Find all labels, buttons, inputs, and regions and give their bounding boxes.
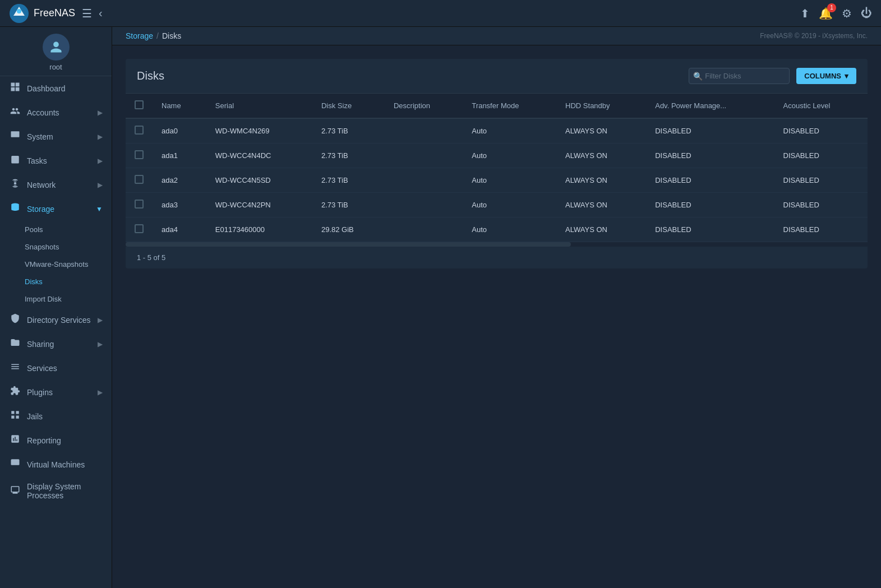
- cell-name: ada3: [153, 193, 206, 217]
- col-acoustic: Acoustic Level: [774, 94, 868, 118]
- sidebar-item-accounts[interactable]: Accounts ▶: [0, 100, 112, 124]
- sidebar-item-label: Display System Processes: [27, 482, 103, 500]
- sidebar-item-directory-services[interactable]: Directory Services ▶: [0, 308, 112, 332]
- columns-label: COLUMNS: [804, 72, 841, 80]
- sidebar-sub-vmware-snapshots[interactable]: VMware-Snapshots: [0, 256, 112, 273]
- cell-size: 2.73 TiB: [312, 118, 385, 143]
- pagination: 1 - 5 of 5: [126, 247, 868, 268]
- sidebar-item-storage[interactable]: Storage ▼: [0, 197, 112, 221]
- row-checkbox[interactable]: [135, 200, 144, 209]
- cell-serial: WD-WCC4N4DC: [206, 143, 312, 168]
- svg-point-2: [17, 9, 21, 13]
- expand-arrow-icon: ▶: [98, 388, 103, 396]
- topbar-icons: ⬆ 🔔 1 ⚙ ⏻: [800, 7, 872, 20]
- sidebar-item-label: VMware-Snapshots: [25, 260, 88, 268]
- bell-icon[interactable]: 🔔 1: [819, 7, 833, 20]
- table-row: ada3 WD-WCC4N2PN 2.73 TiB Auto ALWAYS ON…: [126, 193, 868, 217]
- power-icon[interactable]: ⏻: [861, 7, 872, 20]
- svg-rect-11: [11, 411, 14, 414]
- sidebar-item-sharing[interactable]: Sharing ▶: [0, 332, 112, 356]
- sidebar-item-jails[interactable]: Jails: [0, 404, 112, 428]
- cell-transfer: Auto: [463, 118, 556, 143]
- sidebar-item-label: Tasks: [27, 156, 92, 165]
- cell-hdd-standby: ALWAYS ON: [556, 168, 646, 193]
- col-transfer-mode: Transfer Mode: [463, 94, 556, 118]
- reporting-icon: [9, 434, 21, 447]
- cell-size: 2.73 TiB: [312, 143, 385, 168]
- disks-header: Disks 🔍 COLUMNS ▾: [126, 59, 868, 94]
- columns-button[interactable]: COLUMNS ▾: [796, 68, 856, 84]
- cell-hdd-standby: ALWAYS ON: [556, 118, 646, 143]
- back-icon[interactable]: ‹: [99, 7, 103, 20]
- cell-serial: WD-WCC4N5SD: [206, 168, 312, 193]
- sidebar-item-services[interactable]: Services: [0, 356, 112, 380]
- table-row: ada1 WD-WCC4N4DC 2.73 TiB Auto ALWAYS ON…: [126, 143, 868, 168]
- sharing-icon: [9, 337, 21, 350]
- sidebar: root Dashboard Accounts ▶ System ▶: [0, 27, 112, 588]
- cell-description: [385, 118, 463, 143]
- sidebar-sub-snapshots[interactable]: Snapshots: [0, 238, 112, 256]
- sidebar-item-network[interactable]: Network ▶: [0, 173, 112, 197]
- cell-acoustic: DISABLED: [774, 118, 868, 143]
- col-description: Description: [385, 94, 463, 118]
- tasks-icon: [9, 154, 21, 167]
- accounts-icon: [9, 106, 21, 119]
- cell-size: 2.73 TiB: [312, 168, 385, 193]
- upload-icon[interactable]: ⬆: [800, 7, 810, 20]
- sidebar-item-system[interactable]: System ▶: [0, 124, 112, 149]
- svg-rect-12: [16, 411, 19, 414]
- bell-badge: 1: [827, 3, 836, 12]
- sidebar-item-plugins[interactable]: Plugins ▶: [0, 380, 112, 404]
- sidebar-item-label: Accounts: [27, 108, 92, 117]
- cell-acoustic: DISABLED: [774, 143, 868, 168]
- breadcrumb: Storage / Disks: [126, 31, 181, 40]
- cell-name: ada0: [153, 118, 206, 143]
- directory-services-icon: [9, 313, 21, 326]
- sidebar-item-reporting[interactable]: Reporting: [0, 428, 112, 452]
- row-checkbox-cell: [126, 143, 153, 168]
- sidebar-item-display-system[interactable]: Display System Processes: [0, 476, 112, 506]
- cell-hdd-standby: ALWAYS ON: [556, 193, 646, 217]
- expand-arrow-icon: ▶: [98, 316, 103, 324]
- row-checkbox[interactable]: [135, 224, 144, 233]
- row-checkbox[interactable]: [135, 175, 144, 184]
- table-scrollbar[interactable]: [126, 242, 868, 247]
- select-all-checkbox[interactable]: [135, 100, 144, 109]
- sidebar-item-tasks[interactable]: Tasks ▶: [0, 149, 112, 173]
- col-adv-power: Adv. Power Manage...: [646, 94, 774, 118]
- sidebar-sub-import-disk[interactable]: Import Disk: [0, 290, 112, 308]
- expand-arrow-icon: ▶: [98, 133, 103, 141]
- settings-icon[interactable]: ⚙: [842, 7, 852, 20]
- cell-transfer: Auto: [463, 217, 556, 242]
- col-name: Name: [153, 94, 206, 118]
- sidebar-sub-pools[interactable]: Pools: [0, 221, 112, 238]
- columns-arrow-icon: ▾: [845, 72, 848, 80]
- breadcrumb-parent[interactable]: Storage: [126, 31, 153, 40]
- cell-acoustic: DISABLED: [774, 168, 868, 193]
- sidebar-item-virtual-machines[interactable]: Virtual Machines: [0, 452, 112, 476]
- collapse-arrow-icon: ▼: [96, 205, 103, 213]
- sidebar-item-dashboard[interactable]: Dashboard: [0, 76, 112, 100]
- cell-acoustic: DISABLED: [774, 217, 868, 242]
- topbar: FreeNAS ☰ ‹ ⬆ 🔔 1 ⚙ ⏻: [0, 0, 881, 27]
- table-row: ada4 E01173460000 29.82 GiB Auto ALWAYS …: [126, 217, 868, 242]
- svg-rect-7: [11, 131, 20, 137]
- expand-arrow-icon: ▶: [98, 181, 103, 189]
- menu-icon[interactable]: ☰: [82, 7, 92, 20]
- search-input[interactable]: [689, 68, 790, 84]
- table-wrap: Name Serial Disk Size Description Transf…: [126, 94, 868, 242]
- jails-icon: [9, 410, 21, 423]
- sidebar-sub-disks[interactable]: Disks: [0, 273, 112, 290]
- disks-panel: Disks 🔍 COLUMNS ▾: [126, 59, 868, 268]
- sidebar-user: root: [0, 27, 112, 76]
- row-checkbox[interactable]: [135, 126, 144, 135]
- sidebar-item-label: Services: [27, 364, 103, 373]
- cell-size: 29.82 GiB: [312, 217, 385, 242]
- svg-rect-14: [11, 416, 14, 419]
- breadcrumb-bar: Storage / Disks FreeNAS® © 2019 - iXsyst…: [112, 27, 881, 45]
- sidebar-item-label: Snapshots: [25, 243, 59, 251]
- cell-transfer: Auto: [463, 143, 556, 168]
- row-checkbox[interactable]: [135, 150, 144, 159]
- svg-rect-3: [11, 83, 15, 87]
- main-layout: root Dashboard Accounts ▶ System ▶: [0, 27, 881, 588]
